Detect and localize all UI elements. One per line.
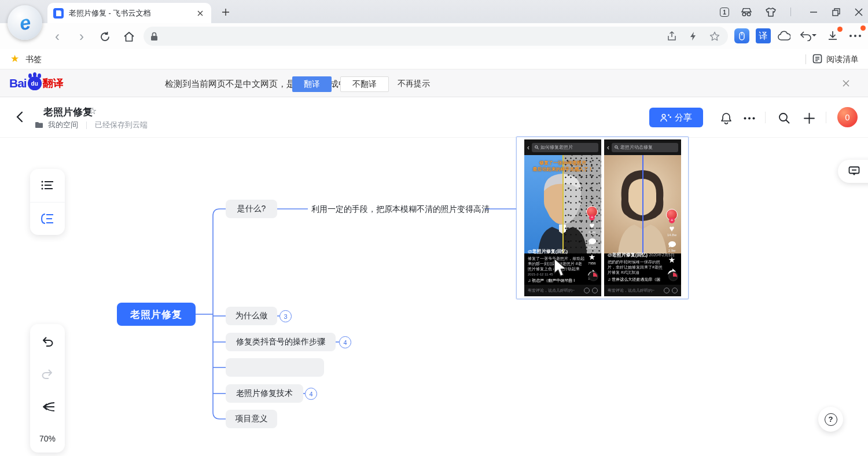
baidu-translate-logo: Bai du 翻译	[9, 76, 64, 90]
mention-icon-2[interactable]	[672, 288, 678, 293]
forward-button[interactable]: ›	[74, 29, 89, 44]
translate-bar-close-icon[interactable]	[840, 78, 852, 89]
share-button[interactable]: 分享	[649, 108, 703, 127]
emoji-icon[interactable]	[584, 288, 590, 293]
mindmap-node-empty[interactable]	[226, 358, 324, 377]
theme-skin-icon[interactable]	[765, 6, 777, 18]
douyin-search-bar-2[interactable]: 老照片动态修复	[612, 143, 678, 152]
douyin-back-icon-2[interactable]: ‹	[607, 144, 609, 152]
doc-space-name[interactable]: 我的空间	[48, 120, 78, 130]
favorite-star-icon-2[interactable]: ★	[668, 256, 676, 264]
douyin-screenshot-2[interactable]: ‹ 老照片动态修复 + ♥ 14.8w 2.9w ★ @老照片修复(回忆) 20…	[604, 139, 681, 296]
address-bar[interactable]	[144, 27, 728, 46]
download-icon[interactable]	[825, 28, 841, 44]
restore-window-button[interactable]	[830, 6, 842, 18]
comment-bubble-icon[interactable]	[588, 238, 597, 245]
redo-icon[interactable]	[41, 368, 54, 380]
creator-name-2[interactable]: @老照片修复(回忆) 2020年2月5日	[608, 252, 664, 258]
tab-count-icon[interactable]: 1	[719, 6, 730, 18]
fit-to-center-icon[interactable]	[40, 400, 55, 413]
doc-favorite-star-icon[interactable]: ☆	[89, 105, 97, 116]
comment-input-bar-1[interactable]: 有爱评论，说点儿好听的~	[524, 285, 601, 296]
douyin-search-bar-1[interactable]: 如何修复老照片	[532, 143, 598, 152]
creator-avatar-icon[interactable]: +	[586, 206, 598, 218]
doc-more-icon[interactable]	[742, 111, 757, 126]
doc-title: 老照片修复	[43, 105, 93, 119]
doc-back-button[interactable]	[13, 109, 27, 125]
mouse-gesture-icon[interactable]	[734, 28, 750, 44]
comment-input-bar-2[interactable]: 有爱评论，说点儿好听的~	[604, 285, 681, 296]
reading-list-label[interactable]: 阅读清单	[826, 54, 859, 65]
bookmarks-label[interactable]: 书签	[25, 54, 42, 65]
mindmap-root-node[interactable]: 老照片修复	[117, 303, 196, 326]
search-query-1: 如何修复老照片	[540, 144, 573, 150]
creator-name-1[interactable]: @老照片修复(回忆)	[528, 248, 584, 255]
collapse-badge-tech[interactable]: 4	[305, 388, 317, 400]
mindmap-view-button[interactable]	[30, 202, 65, 236]
doc-create-plus-icon[interactable]	[801, 111, 816, 126]
comments-panel-toggle[interactable]	[838, 160, 868, 183]
doc-header	[0, 97, 868, 138]
help-button[interactable]: ?	[818, 407, 843, 432]
collapse-badge-steps[interactable]: 4	[339, 336, 351, 348]
doc-search-icon[interactable]	[777, 111, 792, 126]
music-row-2[interactable]: ♫ 世界这么大还是遇见你（国	[608, 277, 664, 282]
mindmap-canvas[interactable]	[0, 138, 868, 456]
undo-history-icon[interactable]	[797, 28, 821, 44]
bookmarks-bar	[0, 49, 868, 69]
tab-close-icon[interactable]	[195, 8, 205, 19]
close-window-button[interactable]	[853, 6, 865, 18]
baidu-paw-icon: du	[28, 76, 42, 90]
header-divider	[765, 112, 766, 123]
like-heart-icon[interactable]: ♥	[590, 222, 595, 230]
undo-icon[interactable]	[41, 336, 54, 347]
folder-icon	[35, 122, 43, 128]
back-button[interactable]: ‹	[50, 29, 65, 44]
browser-window: e 老照片修复 - 飞书云文档 1 ‹ ›	[0, 0, 868, 456]
translate-glyph: 译	[756, 28, 771, 43]
comment-bubble-icon-2[interactable]	[668, 241, 676, 248]
emoji-icon-2[interactable]	[664, 288, 670, 293]
refresh-button[interactable]	[97, 29, 112, 44]
mindmap-node-tech[interactable]: 老照片修复技术	[226, 384, 303, 403]
browser-menu-icon[interactable]	[847, 28, 863, 44]
music-disc-icon-2[interactable]	[668, 271, 678, 281]
mindmap-node-what[interactable]: 是什么?	[226, 200, 277, 218]
lightning-icon[interactable]	[689, 31, 697, 41]
zoom-level-label[interactable]: 70%	[39, 434, 56, 443]
mindmap-note-what[interactable]: 利用一定的手段，把原本模糊不清的照片变得高清	[311, 204, 490, 215]
mindmap-node-why[interactable]: 为什么做	[226, 307, 277, 325]
translate-button[interactable]: 翻译	[292, 76, 332, 92]
mindmap-node-steps[interactable]: 修复类抖音号的操作步骤	[226, 333, 336, 351]
douyin-back-icon[interactable]: ‹	[527, 144, 529, 152]
follow-plus-icon-2[interactable]: +	[669, 218, 675, 223]
mindmap-node-meaning[interactable]: 项目意义	[226, 410, 277, 428]
home-button[interactable]	[122, 29, 137, 44]
mindmap-structure-icon	[41, 213, 54, 225]
browser-tab[interactable]: 老照片修复 - 飞书云文档	[47, 3, 211, 23]
follow-plus-icon[interactable]: +	[589, 215, 595, 220]
bookmark-star-icon[interactable]	[709, 31, 720, 41]
reading-list-icon	[812, 54, 822, 64]
minimize-button[interactable]	[808, 6, 819, 18]
new-tab-button[interactable]	[219, 5, 233, 19]
share-page-icon[interactable]	[667, 31, 676, 41]
translate-extension-icon[interactable]: 译	[755, 28, 771, 44]
extensions-cloud-icon[interactable]	[776, 28, 792, 44]
user-avatar[interactable]: 0	[837, 107, 858, 127]
like-heart-icon-2[interactable]: ♥	[670, 225, 675, 233]
creator-avatar-icon-2[interactable]: +	[666, 209, 678, 220]
incognito-icon[interactable]	[741, 6, 752, 18]
music-disc-icon[interactable]	[589, 271, 598, 281]
mention-icon[interactable]	[592, 288, 598, 293]
outline-view-button[interactable]	[30, 169, 65, 202]
music-row-1[interactable]: ♫ 初恋严（翻严中钢琴曲 I	[528, 278, 584, 284]
doc-breadcrumb: 我的空间 已经保存到云端	[35, 120, 148, 130]
browser-logo[interactable]: e	[8, 5, 42, 40]
dont-remind-link[interactable]: 不再提示	[398, 79, 430, 89]
collapse-badge-why[interactable]: 3	[279, 310, 292, 322]
video-overlay-title: 修复了一张59年老照片 最后动起来的样子太感人了！	[524, 160, 601, 172]
no-translate-button[interactable]: 不翻译	[340, 76, 389, 92]
notifications-bell-icon[interactable]	[719, 111, 734, 126]
favorite-star-icon[interactable]: ★	[589, 253, 596, 261]
